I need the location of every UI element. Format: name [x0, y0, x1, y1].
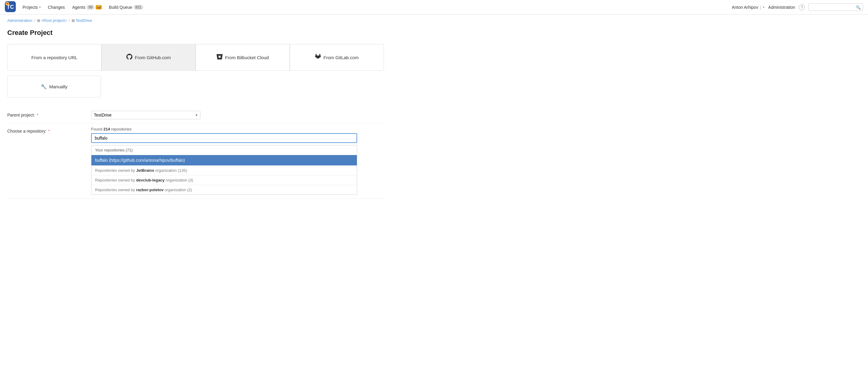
option-from-gitlab[interactable]: From GitLab.com	[290, 44, 384, 71]
breadcrumb-sep-1: /	[34, 18, 35, 23]
search-wrapper: 🔍	[808, 3, 863, 11]
manual-card-row: 🔧 Manually	[7, 75, 384, 97]
choose-repo-label: Choose a repository: *	[7, 127, 86, 133]
gitlab-icon	[315, 54, 321, 61]
form-section: Parent project: * TestDrive ▼ Choose a r…	[7, 107, 384, 199]
nav-search-input[interactable]	[808, 3, 863, 11]
wrench-icon: 🔧	[41, 84, 47, 90]
parent-project-select[interactable]: TestDrive	[91, 111, 200, 119]
found-text: Found 214 repositories	[91, 127, 384, 131]
agents-badge: 99	[87, 5, 94, 10]
form-row-choose-repo: Choose a repository: * Found 214 reposit…	[7, 123, 384, 199]
nav-items: Projects ▾ Changes Agents 99 📦 Build Que…	[20, 3, 732, 11]
page-title: Create Project	[7, 29, 861, 37]
nav-projects[interactable]: Projects ▾	[20, 3, 44, 11]
form-row-parent-project: Parent project: * TestDrive ▼	[7, 107, 384, 123]
option-cards-row1: From a repository URL From GitHub.com Fr…	[7, 44, 384, 71]
your-repos-header: Your repositories (71)	[91, 146, 357, 155]
svg-point-3	[6, 3, 8, 5]
parent-project-label: Parent project: *	[7, 111, 86, 118]
github-icon	[126, 54, 132, 61]
option-manually[interactable]: 🔧 Manually	[7, 75, 101, 97]
breadcrumb: Administration / ⊞ <Root project> / ⊞ Te…	[0, 14, 868, 24]
help-button[interactable]: ?	[799, 4, 805, 10]
breadcrumb-current: ⊞ TestDrive	[72, 18, 92, 23]
devclub-group-header: Repositories owned by devclub-legacy org…	[91, 175, 357, 185]
repo-search-input[interactable]	[91, 133, 357, 143]
repo-search-section: Found 214 repositories	[91, 127, 384, 143]
nav-user[interactable]: Anton Arhipov | ▾	[732, 5, 765, 10]
jetbrains-group-header: Repositories owned by JetBrains organiza…	[91, 165, 357, 175]
nav-build-queue[interactable]: Build Queue 831	[106, 3, 146, 11]
bitbucket-icon	[217, 54, 223, 61]
build-queue-badge: 831	[134, 5, 143, 10]
breadcrumb-sep-2: /	[69, 18, 70, 23]
nav-administration[interactable]: Administration	[768, 5, 795, 10]
parent-project-select-wrapper: TestDrive ▼	[91, 111, 200, 119]
grid-icon: ⊞	[37, 19, 40, 23]
grid-icon-2: ⊞	[72, 19, 75, 23]
required-marker-2: *	[48, 129, 50, 133]
breadcrumb-root-project: ⊞ <Root project>	[37, 18, 67, 23]
repo-item-buffalo[interactable]: buffalo (https://github.com/antonarhipov…	[91, 155, 357, 165]
page-content: Create Project From a repository URL Fro…	[0, 24, 868, 204]
razbor-group-header: Repositories owned by razbor-poletov org…	[91, 185, 357, 195]
repo-dropdown: Your repositories (71) buffalo (https://…	[91, 145, 357, 195]
nav-changes[interactable]: Changes	[45, 3, 68, 11]
parent-project-control: TestDrive ▼	[91, 111, 384, 119]
breadcrumb-admin[interactable]: Administration	[7, 18, 32, 23]
option-from-github[interactable]: From GitHub.com	[101, 44, 195, 71]
logo[interactable]: TC	[5, 1, 16, 13]
choose-repo-control: Found 214 repositories Your repositories…	[91, 127, 384, 195]
search-icon: 🔍	[856, 5, 861, 9]
required-marker: *	[37, 113, 38, 118]
nav-agents[interactable]: Agents 99 📦	[69, 3, 105, 11]
agents-status-icon: 📦	[96, 5, 102, 9]
option-from-bitbucket[interactable]: From Bitbucket Cloud	[195, 44, 290, 71]
nav-right: Anton Arhipov | ▾ Administration ? 🔍	[732, 3, 863, 11]
top-navigation: TC Projects ▾ Changes Agents 99 📦 Build …	[0, 0, 868, 14]
option-from-url[interactable]: From a repository URL	[7, 44, 101, 71]
